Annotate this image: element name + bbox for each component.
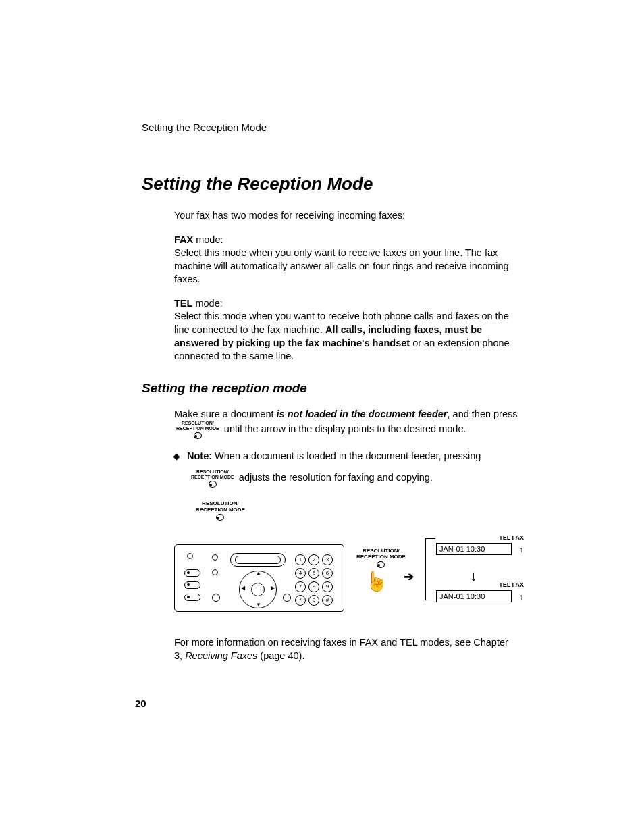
button-oval-icon bbox=[216, 514, 224, 521]
display-state-1: TEL FAX JAN-01 10:30 ↑ bbox=[436, 533, 524, 555]
resolution-reception-mode-button-icon: RESOLUTION/ RECEPTION MODE bbox=[191, 469, 234, 488]
step-mid: , and then press bbox=[448, 409, 518, 419]
step-block: Make sure a document is not loaded in th… bbox=[174, 408, 518, 663]
btn-line2: RECEPTION MODE bbox=[191, 475, 234, 479]
note-line: Note: When a document is loaded in the d… bbox=[174, 450, 518, 463]
page-number: 20 bbox=[135, 698, 146, 709]
numeric-keypad: 1 2 3 4 5 6 7 8 9 * 0 # bbox=[295, 554, 333, 606]
key-hash: # bbox=[322, 595, 333, 606]
button-oval-icon bbox=[209, 481, 217, 488]
intro-text: Your fax has two modes for receiving inc… bbox=[174, 209, 518, 223]
display-text: JAN-01 10:30 bbox=[439, 592, 485, 600]
btn-line1: RESOLUTION/ bbox=[196, 469, 229, 474]
flow-arrow-right-icon: ➔ bbox=[404, 569, 414, 585]
fax-machine-illustration: ▲ ▼ ◀ ▶ 1 2 3 4 5 6 7 8 9 * 0 bbox=[174, 544, 344, 612]
step-emph: is not loaded in the document feeder bbox=[277, 409, 448, 419]
indicator-dot bbox=[187, 553, 193, 559]
btn-line2: RECEPTION MODE bbox=[176, 426, 219, 431]
key-0: 0 bbox=[308, 595, 319, 606]
running-header: Setting the Reception Mode bbox=[142, 122, 536, 133]
footer-post: (page 40). bbox=[257, 650, 304, 661]
display-header: TEL FAX bbox=[436, 533, 524, 542]
key-9: 9 bbox=[322, 581, 333, 592]
machine-button bbox=[184, 594, 200, 601]
note-continuation: RESOLUTION/ RECEPTION MODE adjusts the r… bbox=[189, 469, 518, 488]
press-hand-icon: ☝ bbox=[365, 569, 388, 594]
page-title: Setting the Reception Mode bbox=[142, 174, 536, 194]
resolution-reception-mode-button-icon: RESOLUTION/ RECEPTION MODE bbox=[176, 421, 219, 439]
indicator-dot bbox=[283, 594, 291, 602]
display-box: JAN-01 10:30 ↑ bbox=[436, 590, 512, 602]
tel-mode-label: TEL bbox=[174, 298, 192, 309]
indicator-dot bbox=[212, 569, 218, 575]
footer-text: For more information on receiving faxes … bbox=[174, 636, 518, 662]
key-7: 7 bbox=[295, 581, 306, 592]
page: Setting the Reception Mode Setting the R… bbox=[0, 0, 644, 834]
key-6: 6 bbox=[322, 568, 333, 579]
machine-button bbox=[184, 581, 200, 589]
step-text: Make sure a document is not loaded in th… bbox=[174, 408, 518, 439]
machine-button bbox=[184, 569, 200, 577]
fax-mode-suffix: mode: bbox=[193, 234, 223, 245]
note-text-2: adjusts the resolution for faxing and co… bbox=[239, 473, 433, 484]
display-header: TEL FAX bbox=[436, 581, 524, 589]
up-arrow-icon: ↑ bbox=[519, 544, 523, 555]
step-post: until the arrow in the display points to… bbox=[224, 423, 466, 434]
note-label: Note: bbox=[187, 450, 212, 461]
button-oval-icon bbox=[194, 432, 202, 439]
diamond-bullet-icon bbox=[173, 453, 180, 460]
indicator-dot bbox=[212, 554, 218, 561]
lcd-screen bbox=[230, 553, 286, 567]
display-box: JAN-01 10:30 ↑ bbox=[436, 543, 512, 555]
tel-mode-suffix: mode: bbox=[192, 298, 222, 309]
footer-ref: Receiving Faxes bbox=[185, 650, 257, 661]
tel-mode-section: TEL mode: Select this mode when you want… bbox=[174, 297, 518, 363]
fax-mode-body: Select this mode when you only want to r… bbox=[174, 247, 509, 284]
fax-mode-label: FAX bbox=[174, 234, 193, 245]
btn-line2: RECEPTION MODE bbox=[196, 506, 245, 513]
connector-bracket bbox=[425, 538, 435, 600]
display-state-2: TEL FAX JAN-01 10:30 ↑ bbox=[436, 581, 524, 602]
key-star: * bbox=[295, 595, 306, 606]
btn-line2: RECEPTION MODE bbox=[356, 554, 406, 560]
nav-pad: ▲ ▼ ◀ ▶ bbox=[239, 571, 277, 608]
up-arrow-icon: ↑ bbox=[519, 592, 523, 602]
body: Your fax has two modes for receiving inc… bbox=[174, 209, 518, 363]
key-8: 8 bbox=[308, 581, 319, 592]
resolution-reception-mode-callout: RESOLUTION/ RECEPTION MODE bbox=[196, 501, 245, 521]
note-text-1: When a document is loaded in the documen… bbox=[212, 450, 481, 461]
key-3: 3 bbox=[322, 554, 333, 565]
key-1: 1 bbox=[295, 554, 306, 565]
button-oval-icon bbox=[377, 561, 385, 568]
step-pre: Make sure a document bbox=[174, 409, 277, 419]
instruction-diagram: RESOLUTION/ RECEPTION MODE ▲ ▼ ◀ ▶ bbox=[161, 501, 539, 616]
key-4: 4 bbox=[295, 568, 306, 579]
indicator-dot bbox=[212, 594, 220, 602]
display-text: JAN-01 10:30 bbox=[439, 545, 485, 553]
btn-line1: RESOLUTION/ bbox=[182, 421, 214, 425]
key-2: 2 bbox=[308, 554, 319, 565]
key-5: 5 bbox=[308, 568, 319, 579]
resolution-reception-mode-press-label: RESOLUTION/ RECEPTION MODE bbox=[356, 548, 406, 568]
fax-mode-section: FAX mode: Select this mode when you only… bbox=[174, 234, 518, 286]
subheading: Setting the reception mode bbox=[142, 381, 536, 396]
